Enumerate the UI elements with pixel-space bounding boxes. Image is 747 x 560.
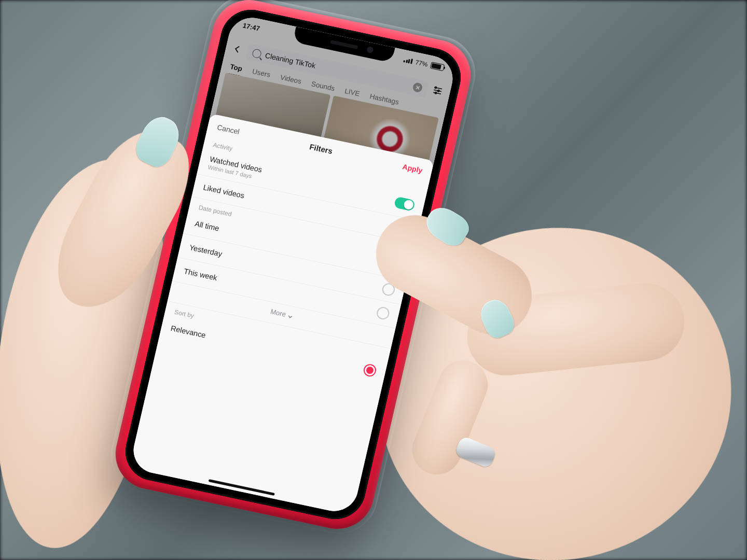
row-label: Yesterday (188, 243, 223, 258)
cancel-button[interactable]: Cancel (216, 123, 240, 136)
toggle-watched[interactable] (394, 197, 416, 212)
row-label: Liked videos (202, 183, 245, 200)
radio-relevance[interactable] (363, 363, 378, 377)
more-label: More (270, 307, 286, 318)
apply-button[interactable]: Apply (402, 162, 423, 175)
row-label: This week (183, 267, 218, 282)
radio-this-week[interactable] (376, 306, 391, 320)
chevron-down-icon (287, 313, 294, 319)
row-label: Relevance (170, 324, 206, 340)
row-label: All time (194, 219, 220, 232)
filters-title: Filters (309, 142, 334, 156)
